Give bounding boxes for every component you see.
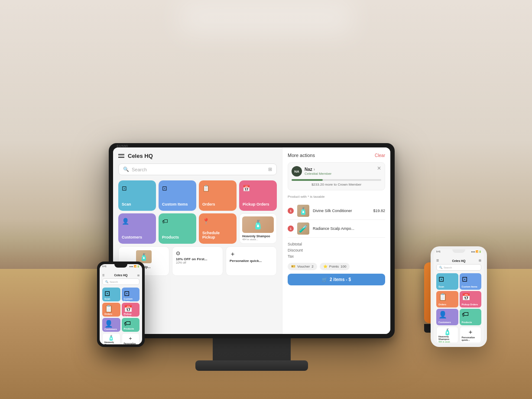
tile-custom[interactable]: ⊡ Custom Items <box>159 180 196 211</box>
featured-stock: 484 in stock... <box>242 238 258 241</box>
scan-label: Scan <box>122 202 131 206</box>
tile-customers[interactable]: 👤 Customers <box>118 213 156 244</box>
cart-item-0: 1 🧴 Divine Silk Conditioner $19.82 <box>288 202 385 220</box>
phone-tile-orders[interactable]: 📋 Orders <box>102 303 120 317</box>
phone-tile-custom[interactable]: ⊡ Custom Items <box>122 288 140 301</box>
phone-tile-products[interactable]: 🏷 Products <box>122 318 140 332</box>
scan-tile-icon: ⊡ <box>122 185 127 192</box>
phone-notch-right <box>452 249 465 253</box>
personalize-name: Personalize quick... <box>230 259 273 263</box>
cart-icon: 🛒 <box>322 277 327 282</box>
clear-button[interactable]: Clear <box>375 153 385 158</box>
subtotal-row: Subtotal <box>288 241 385 247</box>
custom-tile-icon: ⊡ <box>162 185 167 192</box>
item-img-1: 🧪 <box>297 222 309 235</box>
custom-label: Custom Items <box>162 202 188 206</box>
products-label: Products <box>162 235 179 239</box>
tablet-body: SUNMI Celes HQ 🔍 Search <box>109 143 395 338</box>
phone-right-ui: ☰ Celes HQ ⊞ 🔍 Search ⊡ Scan <box>434 254 484 344</box>
phone-tile-customers[interactable]: 👤 Customers <box>102 318 120 332</box>
app-title: Celes HQ <box>128 153 153 159</box>
phone-right-search[interactable]: 🔍 Search <box>436 264 481 271</box>
phone-r-featured[interactable]: 🧴 Heavenly Shampoo 484 in stock <box>436 327 458 343</box>
phone-right-bottom-row: 🧴 Heavenly Shampoo 484 in stock ＋ Person… <box>436 327 481 343</box>
customers-label: Customers <box>122 235 142 239</box>
checkout-button[interactable]: 🛒 2 items - $ <box>288 274 385 285</box>
phone-body-light: 9:41 ●●● 📶 🔋 ☰ Celes HQ ⊞ 🔍 Search <box>431 246 487 347</box>
customers-tile-icon: 👤 <box>122 218 129 225</box>
small-tile-2[interactable]: ＋ Personalize quick... <box>226 246 277 276</box>
points-pill[interactable]: ⭐ Points 100 <box>320 263 350 270</box>
customer-card: ✕ NA Naz › Celestial <box>288 162 385 190</box>
orders-tile-icon: 📋 <box>202 185 210 192</box>
voucher-pill[interactable]: 🎫 Voucher 2 <box>288 263 317 270</box>
points-label: Points <box>329 265 339 268</box>
discount-name: 10% OFF on First... <box>176 257 219 261</box>
phone-r-tile-pickup[interactable]: 📅 Pickup Orders <box>460 291 482 307</box>
discount-row: Discount <box>288 247 385 253</box>
taxable-note: Product with * is taxable <box>288 195 385 199</box>
item-name-0: Divine Silk Conditioner <box>313 209 370 213</box>
tile-pickup[interactable]: 📅 Pickup Orders <box>239 180 277 211</box>
devices-container: SUNMI Celes HQ 🔍 Search <box>28 52 504 364</box>
menu-icon[interactable] <box>118 154 124 158</box>
tablet-brand: SUNMI <box>117 144 129 147</box>
discount-value: 10% off <box>176 261 219 264</box>
phone-body-dark: 9:41 ●●● 📶 🔋 ☰ Celes HQ ⊞ 🔍 Search <box>97 262 145 347</box>
phone-left: 9:41 ●●● 📶 🔋 ☰ Celes HQ ⊞ 🔍 Search <box>97 262 145 347</box>
search-bar[interactable]: 🔍 Search ⊞ <box>118 164 277 175</box>
phone-r-personalize[interactable]: ＋ Personalize quick... <box>460 327 482 343</box>
phone-r-tile-customers[interactable]: 👤 Customers <box>436 309 458 325</box>
add-icon: ＋ <box>230 250 273 258</box>
phone-r-tile-scan[interactable]: ⊡ Scan <box>436 273 458 290</box>
more-actions-label: More actions <box>288 153 315 158</box>
tile-products[interactable]: 🏷 Products <box>159 213 196 244</box>
pos-right-panel: More actions Clear ✕ NA <box>282 147 390 334</box>
search-placeholder: Search <box>132 167 266 172</box>
loyalty-progress-bar <box>292 179 381 181</box>
phone-r-tile-products[interactable]: 🏷 Products <box>460 309 482 325</box>
phone-left-search[interactable]: 🔍 Search <box>102 278 139 285</box>
action-pills: 🎫 Voucher 2 ⭐ Points 100 <box>288 263 385 270</box>
customer-avatar: NA <box>292 166 302 177</box>
orders-label: Orders <box>202 202 215 206</box>
tablet-stand-base <box>195 360 308 371</box>
tile-schedule[interactable]: 📍 Schedule Pickup <box>199 213 237 244</box>
phone-personalize[interactable]: ＋ Personalize quick... <box>122 333 140 344</box>
tile-orders[interactable]: 📋 Orders <box>199 180 237 211</box>
customer-name: Naz › <box>305 167 381 172</box>
expand-icon: ⊞ <box>268 167 272 172</box>
tile-scan[interactable]: ⊡ Scan <box>118 180 156 211</box>
phone-featured-product[interactable]: 🧴 Heavenly Shampoo 484 in stock <box>102 333 120 344</box>
phone-screen-dark: 9:41 ●●● 📶 🔋 ☰ Celes HQ ⊞ 🔍 Search <box>100 264 142 344</box>
phone-right-grid: ⊡ Scan ⊡ Custom Items 📋 Orders <box>436 273 481 325</box>
item-qty-0: 1 <box>288 208 294 214</box>
customer-tier: Celestial Member <box>305 172 381 176</box>
tablet-screen: Celes HQ 🔍 Search ⊞ ⊡ Scan <box>113 147 390 334</box>
phone-r-tile-custom[interactable]: ⊡ Custom Items <box>460 273 482 290</box>
points-icon: ⭐ <box>323 265 328 268</box>
phone-tile-pickup[interactable]: 📅 Pickup Orders <box>122 303 140 317</box>
phone-notch-left <box>114 264 127 268</box>
phone-left-bottom-row: 🧴 Heavenly Shampoo 484 in stock ＋ Person… <box>102 333 139 344</box>
phone-left-grid: ⊡ Scan ⊡ Custom Items 📋 Orders <box>102 288 139 332</box>
crown-text: $233.20 more to Crown Member <box>292 183 381 186</box>
featured-img: 🧴 <box>242 216 274 233</box>
phone-r-tile-orders[interactable]: 📋 Orders <box>436 291 458 307</box>
item-price-0: $19.82 <box>373 209 385 213</box>
search-icon: 🔍 <box>123 167 129 172</box>
small-tile-1[interactable]: ⊙ 10% OFF on First... 10% off <box>172 246 223 276</box>
item-qty-1: 1 <box>288 226 294 232</box>
pickup-tile-icon: 📅 <box>243 185 250 192</box>
item-img-0: 🧴 <box>297 205 309 217</box>
pos-header: Celes HQ <box>118 153 277 159</box>
scene-container: SUNMI Celes HQ 🔍 Search <box>0 0 532 399</box>
phone-screen-light: 9:41 ●●● 📶 🔋 ☰ Celes HQ ⊞ 🔍 Search <box>434 249 484 344</box>
phone-tile-scan[interactable]: ⊡ Scan <box>102 288 120 301</box>
close-customer-button[interactable]: ✕ <box>377 165 381 171</box>
checkout-label: 2 items - $ <box>330 277 351 282</box>
item-name-1: Radiance Scalp Ampo... <box>313 226 385 231</box>
tile-featured[interactable]: 🧴 Heavenly Shampoo 484 in stock... <box>239 213 277 244</box>
phone-right: 9:41 ●●● 📶 🔋 ☰ Celes HQ ⊞ 🔍 Search <box>431 246 487 347</box>
discount-icon: ⊙ <box>176 250 219 256</box>
